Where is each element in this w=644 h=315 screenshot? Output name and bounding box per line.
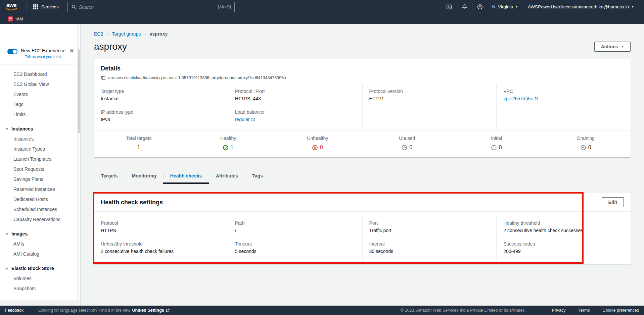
details-card: Details arn:aws:elasticloadbalancing:us-… (94, 59, 631, 157)
field-label: Healthy threshold (503, 220, 624, 226)
healthy-count: 1 (231, 145, 234, 151)
health-check-grid: Protocol HTTPS Unhealthy threshold 2 con… (94, 212, 631, 264)
edit-button[interactable]: Edit (602, 197, 624, 207)
banner-title: New EC2 Experience (21, 48, 65, 54)
account-menu[interactable]: AWSPowerUserAccess/navaneeth.kn@harness.… (523, 4, 639, 9)
sidebar-item-instances[interactable]: Instances (0, 134, 80, 144)
sidebar-item-ec2-dashboard[interactable]: EC2 Dashboard (0, 69, 80, 79)
sidebar-section-instances[interactable]: ▼Instances (0, 124, 80, 134)
search-input[interactable] (79, 4, 218, 10)
dots-circle-icon (402, 145, 407, 150)
hc-protocol-value: HTTPS (101, 228, 221, 233)
sidebar-item-ami-catalog[interactable]: AMI Catalog (0, 249, 80, 259)
draining-stat: Draining 0 (541, 136, 631, 151)
unhealthy-stat: Unhealthy 0 (273, 136, 362, 151)
banner-feedback-link[interactable]: Tell us what you think (21, 55, 65, 59)
region-selector[interactable]: N. Virginia ▼ (488, 4, 523, 9)
field-label: Timeout (235, 241, 356, 247)
sidebar-item-amis[interactable]: AMIs (0, 239, 80, 249)
language-selection-note: Looking for language selection? Find it … (38, 308, 170, 313)
sidebar: New EC2 Experience Tell us what you thin… (0, 24, 81, 306)
topnav-right-group: ? N. Virginia ▼ AWSPowerUserAccess/navan… (442, 3, 639, 11)
field-label: Path (235, 220, 356, 226)
total-targets-stat: Total targets 1 (94, 136, 183, 151)
sidebar-item-reserved-instances[interactable]: Reserved Instances (0, 184, 80, 194)
breadcrumb: EC2 › Target groups › asproxy (94, 31, 631, 37)
tab-health-checks[interactable]: Health checks (163, 169, 209, 183)
chevron-down-icon: ▼ (515, 5, 518, 8)
load-balancer-link[interactable]: regular (235, 117, 256, 122)
help-button[interactable]: ? (472, 4, 488, 10)
sidebar-item-events[interactable]: Events (0, 89, 80, 99)
field-label: Port (369, 220, 490, 226)
actions-button[interactable]: Actions ▼ (594, 42, 631, 52)
tab-attributes[interactable]: Attributes (209, 169, 245, 183)
sidebar-item-instance-types[interactable]: Instance Types (0, 144, 80, 154)
hc-interval-value: 30 seconds (369, 249, 490, 254)
ip-address-type-value: IPv4 (101, 117, 221, 122)
sidebar-item-dedicated-hosts[interactable]: Dedicated Hosts (0, 194, 80, 204)
sidebar-item-snapshots[interactable]: Snapshots (0, 283, 80, 294)
privacy-link[interactable]: Privacy (552, 308, 566, 313)
tab-monitoring[interactable]: Monitoring (125, 169, 163, 183)
details-grid: Target type Instance IP address type IPv… (94, 82, 631, 130)
breadcrumb-target-groups-link[interactable]: Target groups (112, 31, 141, 37)
new-experience-toggle[interactable] (7, 49, 17, 54)
chevron-down-icon: ▼ (631, 5, 634, 8)
breadcrumb-ec2-link[interactable]: EC2 (94, 31, 103, 37)
field-label: Target type (101, 89, 221, 94)
terms-link[interactable]: Terms (579, 308, 590, 313)
footer-bar: Feedback Looking for language selection?… (0, 306, 644, 315)
field-label: IP address type (101, 109, 221, 115)
sidebar-item-spot-requests[interactable]: Spot Requests (0, 164, 80, 174)
services-grid-icon (33, 4, 38, 9)
protocol-version-value: HTTP1 (369, 96, 490, 101)
tab-targets[interactable]: Targets (94, 169, 125, 183)
sidebar-item-limits[interactable]: Limits (0, 109, 80, 119)
sidebar-section-images[interactable]: ▼Images (0, 229, 80, 239)
sidebar-item-capacity-reservations[interactable]: Capacity Reservations (0, 214, 80, 224)
services-menu-button[interactable]: Services (31, 4, 61, 9)
global-search-box[interactable]: [Alt+S] (67, 2, 235, 12)
sidebar-item-volumes[interactable]: Volumes (0, 273, 80, 283)
feedback-link[interactable]: Feedback (5, 308, 24, 313)
hc-success-codes-value: 200-499 (503, 249, 624, 254)
triangle-down-icon: ▼ (5, 232, 8, 236)
chevron-down-icon: ▼ (621, 45, 624, 48)
x-circle-icon (312, 145, 318, 150)
unhealthy-count: 0 (320, 145, 323, 151)
svg-text:?: ? (479, 5, 481, 9)
sidebar-item-savings-plans[interactable]: Savings Plans (0, 174, 80, 184)
sidebar-item-tags[interactable]: Tags (0, 99, 80, 109)
scrollbar-thumb[interactable] (78, 49, 80, 133)
total-targets-count: 1 (137, 145, 140, 151)
favorite-iam-link[interactable]: IAM (8, 16, 23, 21)
vpc-link[interactable]: vpc-2657db5c (503, 96, 539, 101)
healthy-stat: Healthy 1 (183, 136, 273, 151)
target-group-arn: arn:aws:elasticloadbalancing:us-east-1:3… (108, 75, 286, 80)
sidebar-item-launch-templates[interactable]: Launch Templates (0, 154, 80, 164)
cookie-preferences-link[interactable]: Cookie preferences (603, 308, 639, 313)
tab-tags[interactable]: Tags (245, 169, 270, 183)
field-label: Protocol version (369, 89, 490, 94)
search-icon (71, 4, 76, 9)
aws-logo[interactable]: aws (5, 3, 17, 11)
sidebar-item-ec2-global-view[interactable]: EC2 Global View (0, 79, 80, 89)
copy-icon[interactable] (101, 75, 106, 80)
protocol-port-value: HTTPS: 443 (235, 96, 356, 101)
target-group-tabs: Targets Monitoring Health checks Attribu… (94, 169, 631, 183)
minus-circle-icon (581, 145, 586, 150)
sidebar-section-elastic-block-store[interactable]: ▼Elastic Block Store (0, 263, 80, 273)
close-icon[interactable]: ✕ (68, 48, 76, 54)
field-label: Unhealthy threshold (101, 241, 221, 247)
sidebar-horizontal-scrollbar[interactable] (0, 300, 80, 306)
cloudshell-button[interactable] (442, 4, 457, 10)
external-link-icon (535, 97, 539, 101)
sidebar-scrollbar[interactable] (77, 24, 80, 300)
breadcrumb-current: asproxy (150, 31, 168, 37)
unified-settings-link[interactable]: Unified Settings (132, 308, 164, 313)
draining-count: 0 (588, 145, 591, 151)
account-label: AWSPowerUserAccess/navaneeth.kn@harness.… (528, 4, 629, 9)
sidebar-item-scheduled-instances[interactable]: Scheduled Instances (0, 204, 80, 214)
notifications-button[interactable] (457, 4, 472, 10)
